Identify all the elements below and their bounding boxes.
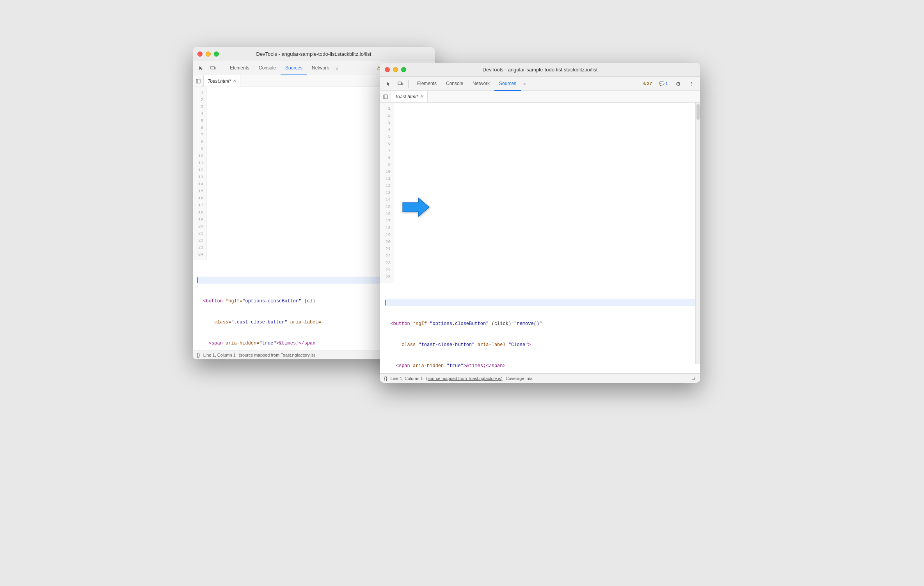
- titlebar-back: DevTools - angular-sample-todo-list.stac…: [193, 47, 435, 61]
- minimize-button-back[interactable]: [206, 51, 211, 57]
- svg-rect-5: [398, 82, 402, 85]
- more-tabs-front[interactable]: »: [521, 77, 528, 91]
- coverage-front: Coverage: n/a: [506, 376, 533, 381]
- more-options-icon-front[interactable]: ⋮: [686, 78, 697, 89]
- close-button-back[interactable]: [197, 51, 203, 57]
- maximize-button-front[interactable]: [401, 67, 406, 72]
- svg-rect-1: [214, 67, 215, 69]
- window-title-front: DevTools - angular-sample-todo-list.stac…: [483, 67, 598, 73]
- scrollbar-front[interactable]: [695, 103, 700, 364]
- file-tabbar-front: Toast.html* ✕: [380, 91, 700, 103]
- responsive-icon-front[interactable]: [395, 78, 406, 89]
- source-map-link-front[interactable]: (source mapped from Toast.ngfactory.js): [426, 376, 503, 381]
- file-tab-name-front: Toast.html*: [395, 94, 418, 99]
- sidebar-toggle-back[interactable]: [193, 75, 204, 87]
- devtools-tabs-front: Elements Console Network Sources »: [412, 77, 528, 91]
- scrollbar-thumb[interactable]: [697, 104, 700, 120]
- minimize-button-front[interactable]: [393, 67, 398, 72]
- tab-elements-back[interactable]: Elements: [225, 61, 254, 75]
- file-tab-name-back: Toast.html*: [208, 78, 231, 84]
- file-tab-close-front[interactable]: ✕: [420, 94, 423, 99]
- tab-elements-front[interactable]: Elements: [412, 77, 441, 91]
- settings-icon-front[interactable]: ⚙: [673, 78, 684, 89]
- tab-sources-back[interactable]: Sources: [281, 61, 307, 75]
- close-button-front[interactable]: [385, 67, 390, 72]
- tab-sources-front[interactable]: Sources: [494, 77, 521, 91]
- svg-rect-2: [196, 79, 200, 83]
- tab-console-front[interactable]: Console: [441, 77, 468, 91]
- cursor-position-back: Line 1, Column 1: [203, 353, 236, 357]
- toolbar-right-front: ⚠ 27 💬 1 ⚙ ⋮: [640, 78, 697, 89]
- line-numbers-back: 12345 678910 1112131415 1617181920 21222…: [193, 87, 207, 260]
- brackets-icon-front: {}: [384, 375, 387, 381]
- traffic-lights-front: [385, 67, 406, 72]
- devtools-toolbar-front: Elements Console Network Sources » ⚠ 27 …: [380, 77, 700, 91]
- more-tabs-back[interactable]: »: [334, 61, 341, 75]
- responsive-icon[interactable]: [208, 63, 219, 74]
- code-content-front: <button *ngIf="options.closeButton" (cli…: [380, 283, 700, 373]
- cursor-icon[interactable]: [196, 63, 207, 74]
- cursor-position-front: Line 1, Column 1: [391, 376, 423, 381]
- toolbar-separator-front: [408, 80, 409, 88]
- file-tab-toast-front[interactable]: Toast.html* ✕: [391, 91, 428, 102]
- toolbar-separator-1: [221, 64, 221, 72]
- devtools-window-front: DevTools - angular-sample-todo-list.stac…: [380, 63, 700, 383]
- source-map-link-back[interactable]: (source mapped from Toast.ngfactory.js): [239, 353, 315, 357]
- svg-rect-6: [402, 83, 403, 85]
- code-area-front[interactable]: 12345 678910 1112131415 1617181920 21222…: [380, 103, 700, 373]
- brackets-icon-back: {}: [197, 352, 200, 358]
- tab-network-front[interactable]: Network: [468, 77, 494, 91]
- tab-console-back[interactable]: Console: [254, 61, 281, 75]
- traffic-lights-back: [197, 51, 219, 57]
- file-tab-toast-back[interactable]: Toast.html* ✕: [204, 75, 240, 87]
- info-badge-front[interactable]: 💬 1: [657, 80, 670, 87]
- svg-rect-0: [211, 66, 214, 69]
- titlebar-front: DevTools - angular-sample-todo-list.stac…: [380, 63, 700, 77]
- window-title-back: DevTools - angular-sample-todo-list.stac…: [256, 51, 371, 57]
- line-numbers-front: 12345 678910 1112131415 1617181920 21222…: [380, 103, 394, 283]
- statusbar-front: {} Line 1, Column 1 (source mapped from …: [380, 373, 700, 383]
- devtools-tabs-back: Elements Console Sources Network »: [225, 61, 341, 75]
- warning-badge-front[interactable]: ⚠ 27: [640, 80, 654, 87]
- sidebar-toggle-front[interactable]: [380, 91, 391, 102]
- resize-handle[interactable]: [691, 375, 696, 382]
- file-tab-close-back[interactable]: ✕: [233, 78, 236, 83]
- maximize-button-back[interactable]: [214, 51, 219, 57]
- svg-rect-7: [384, 95, 387, 99]
- cursor-icon-front[interactable]: [383, 78, 394, 89]
- tab-network-back[interactable]: Network: [307, 61, 334, 75]
